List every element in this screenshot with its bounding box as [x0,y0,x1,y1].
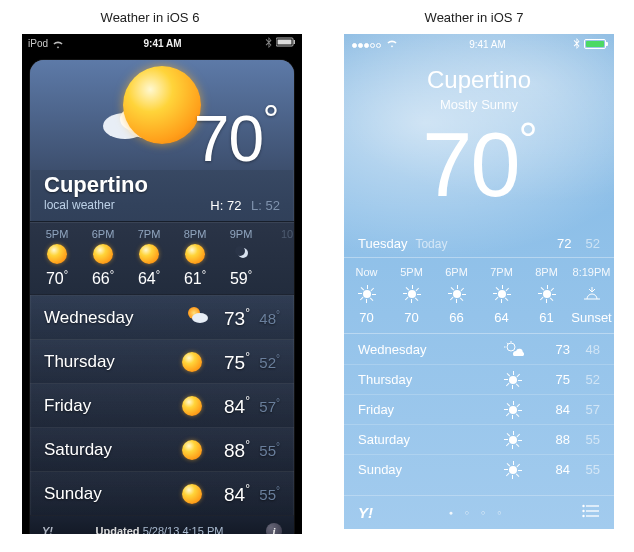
page-dots[interactable]: ● ○ ○ ○ [373,509,582,516]
sun-icon [182,440,202,460]
today-low: 52 [586,236,600,251]
hourly-cell: 6PM 66 [434,266,479,325]
daily-high: 88° [212,438,250,462]
hour-temp: 59° [218,268,264,288]
carrier-label: iPod [28,38,48,49]
weekday-label: Wednesday [358,342,504,357]
sun-icon [538,285,556,303]
daily-high: 73° [212,306,250,330]
daily-row: Wednesday 73 48 [344,334,614,364]
hourly-cell: Now 70 [344,266,389,325]
daily-low: 52 [570,372,600,387]
daily-high: 88 [534,432,570,447]
today-line: Tuesday Today 72 52 [344,236,614,251]
daily-high: 84° [212,482,250,506]
list-button[interactable] [582,504,600,522]
caption-ios6: Weather in iOS 6 [0,10,300,25]
card-footer: Y! Updated 5/28/13 4:15 PM i [30,515,294,534]
yahoo-icon[interactable]: Y! [42,525,53,535]
daily-row: Sunday 84° 55° [30,471,294,515]
hour-temp: 64 [479,310,524,325]
svg-point-9 [192,313,208,323]
battery-icon [584,39,606,49]
daily-high: 75 [534,372,570,387]
daily-row: Wednesday 73° 48° [30,295,294,339]
daily-row: Saturday 88° 55° [30,427,294,471]
hour-label: 6PM [434,266,479,278]
condition-label: Mostly Sunny [344,97,614,112]
weekday-label: Sunday [44,484,182,504]
city-name: Cupertino [44,172,148,198]
weekday-label: Saturday [44,440,182,460]
sunset-icon [582,285,602,303]
svg-rect-1 [294,40,296,44]
svg-point-20 [582,509,584,511]
battery-icon [276,37,296,49]
hour-label: 7PM [479,266,524,278]
hourly-forecast[interactable]: Now 70 5PM 70 6PM 66 7PM 64 8PM 61 8:19P… [344,257,614,334]
svg-point-12 [507,343,515,351]
weekday-label: Friday [358,402,504,417]
hour-temp: 64° [126,268,172,288]
daily-low: 57° [250,397,280,415]
hour-temp: 61° [172,268,218,288]
svg-line-15 [507,343,508,344]
hourly-cell: 9PM 59° [218,228,264,288]
daily-high: 84° [212,394,250,418]
daily-row: Thursday 75 52 [344,364,614,394]
sun-icon [358,285,376,303]
signal-icon [352,39,382,50]
hour-label: 8:19PM [569,266,614,278]
sun-icon [493,285,511,303]
daily-low: 52° [250,353,280,371]
sun-icon [182,352,202,372]
hour-label: 8PM [172,228,218,240]
sun-icon [123,66,201,144]
hourly-cell: 8PM 61 [524,266,569,325]
info-button[interactable]: i [266,523,282,535]
city-name: Cupertino [344,66,614,94]
updated-label: Updated 5/28/13 4:15 PM [53,525,266,535]
sun-icon [139,244,159,264]
weekday-label: Wednesday [44,308,182,328]
partly-cloudy-icon [185,305,209,325]
daily-row: Friday 84° 57° [30,383,294,427]
subtitle: local weather [44,198,115,213]
status-time: 9:41 AM [64,38,261,49]
daily-low: 48 [570,342,600,357]
hourly-cell: 5PM 70° [34,228,80,288]
daily-row: Sunday 84 55 [344,454,614,484]
hour-temp: 66 [434,310,479,325]
daily-row: Saturday 88 55 [344,424,614,454]
hour-label: 5PM [34,228,80,240]
daily-low: 57 [570,402,600,417]
current-temp: 70° [194,97,278,176]
daily-high: 84 [534,462,570,477]
daily-row: Thursday 75° 52° [30,339,294,383]
hourly-cell: 6PM 66° [80,228,126,288]
partly-cloudy-icon [504,341,534,357]
yahoo-icon[interactable]: Y! [358,504,373,521]
sun-icon [504,461,522,479]
hourly-cell: 5PM 70 [389,266,434,325]
today-weekday: Tuesday [358,236,407,251]
hour-label: 8PM [524,266,569,278]
daily-high: 73 [534,342,570,357]
status-bar: 9:41 AM [344,34,614,52]
daily-low: 55 [570,432,600,447]
hour-label: 7PM [126,228,172,240]
daily-forecast[interactable]: Wednesday 73 48 Thursday 75 52 Friday 84… [344,334,614,484]
weekday-label: Thursday [44,352,182,372]
weather-card: 70° Cupertino local weather H: 72 L: 52 … [30,60,294,534]
hourly-cell: 8PM 61° [172,228,218,288]
hourly-forecast[interactable]: 5PM 70° 6PM 66° 7PM 64° 8PM 61° 9PM 59° … [30,221,294,295]
daily-low: 48° [250,309,280,327]
footer: Y! ● ○ ○ ○ [344,495,614,529]
hour-label: 9PM [218,228,264,240]
weekday-label: Sunday [358,462,504,477]
daily-high: 84 [534,402,570,417]
caption-ios7: Weather in iOS 7 [334,10,614,25]
weekday-label: Saturday [358,432,504,447]
svg-point-19 [582,504,584,506]
daily-forecast[interactable]: Wednesday 73° 48° Thursday 75° 52° Frida… [30,295,294,515]
